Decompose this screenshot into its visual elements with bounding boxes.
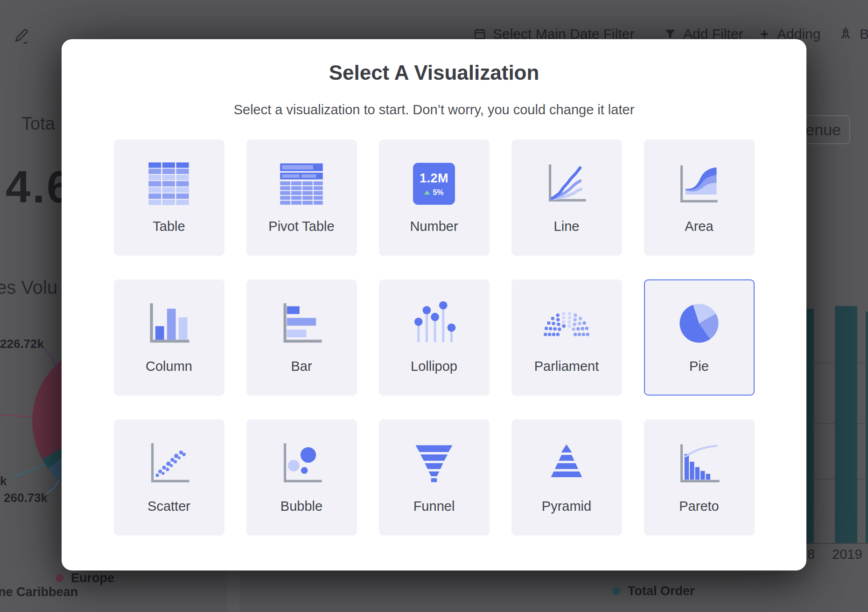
viz-card-parliament[interactable]: Parliament: [511, 279, 622, 396]
viz-card-line[interactable]: Line: [511, 139, 622, 256]
pie-slice-label: 260.73k: [4, 491, 48, 505]
number-icon-value: 1.2M: [420, 171, 448, 186]
viz-card-label: Funnel: [413, 499, 455, 514]
europe-legend-label: Europe: [71, 571, 114, 585]
card-gap-seam: [227, 570, 239, 612]
viz-card-label: Lollipop: [411, 359, 457, 374]
viz-card-pie[interactable]: Pie: [644, 279, 755, 396]
select-visualization-modal: Select A Visualization Select a visualiz…: [62, 39, 806, 570]
europe-legend-dot: [56, 574, 63, 582]
pivot-table-icon: [277, 160, 326, 208]
viz-card-bubble[interactable]: Bubble: [246, 419, 357, 536]
modal-subtitle: Select a visualization to start. Don’t w…: [62, 102, 806, 118]
viz-card-funnel[interactable]: Funnel: [379, 419, 490, 536]
delta-up-triangle-icon: [424, 190, 430, 195]
boost-button-partial[interactable]: B: [838, 26, 868, 42]
viz-card-pyramid[interactable]: Pyramid: [511, 419, 622, 536]
pie-icon: [675, 299, 723, 348]
x-axis-label-2018-partial: 8: [807, 547, 815, 562]
total-order-legend-dot: [612, 587, 620, 595]
viz-card-label: Pareto: [679, 499, 719, 514]
scatter-icon: [145, 439, 193, 488]
bar-partial-right: [866, 312, 868, 543]
calendar-icon: [473, 28, 486, 41]
pie-slice-label: 226.72k: [0, 337, 44, 351]
bar-2019: [835, 306, 857, 543]
viz-card-table[interactable]: Table: [114, 139, 224, 256]
modal-title: Select A Visualization: [62, 61, 806, 85]
rocket-icon: [838, 27, 853, 42]
area-icon: [675, 160, 723, 208]
pie-slice-label: k: [0, 474, 7, 488]
viz-card-column[interactable]: Column: [114, 279, 224, 396]
legend-item-caribbean-partial: ne Caribbean: [0, 585, 78, 599]
table-icon: [145, 160, 193, 208]
plus-icon: [758, 28, 770, 40]
viz-card-number[interactable]: 1.2M 5% Number: [379, 139, 490, 256]
viz-card-area[interactable]: Area: [644, 139, 755, 256]
line-icon: [542, 160, 591, 208]
viz-card-label: Pivot Table: [268, 219, 334, 234]
viz-card-scatter[interactable]: Scatter: [114, 419, 224, 536]
total-order-legend-label: Total Order: [628, 584, 695, 598]
number-icon: 1.2M 5%: [413, 163, 455, 205]
viz-card-bar[interactable]: Bar: [246, 279, 357, 396]
column-icon: [145, 299, 193, 348]
viz-card-label: Number: [410, 219, 458, 234]
viz-card-pareto[interactable]: Pareto: [644, 419, 755, 536]
legend-item-total-order[interactable]: Total Order: [612, 584, 695, 598]
parliament-icon: [542, 299, 591, 348]
kpi-title-partial: Tota: [21, 114, 55, 134]
number-icon-delta: 5%: [433, 188, 443, 197]
funnel-icon: [410, 439, 458, 488]
bubble-icon: [277, 439, 326, 488]
viz-card-label: Bubble: [280, 499, 322, 514]
pareto-icon: [675, 439, 723, 488]
viz-card-lollipop[interactable]: Lollipop: [379, 279, 490, 396]
section-title-partial: es Volu: [0, 277, 57, 298]
viz-card-label: Parliament: [534, 359, 599, 374]
boost-label-partial: B: [860, 26, 868, 42]
x-axis-label-2019: 2019: [832, 547, 862, 562]
visualization-grid: Table Pivot Table 1.2M 5% Numbe: [62, 139, 806, 536]
legend-item-europe[interactable]: Europe: [56, 571, 114, 585]
filter-funnel-icon: [664, 28, 677, 41]
pyramid-icon: [542, 439, 591, 488]
viz-card-label: Area: [685, 219, 713, 234]
viz-card-label: Column: [146, 359, 192, 374]
viz-card-label: Scatter: [147, 499, 190, 514]
edit-pencil-icon[interactable]: [12, 26, 31, 45]
bar-icon: [277, 299, 326, 348]
viz-card-label: Line: [554, 219, 580, 234]
viz-card-label: Pyramid: [542, 499, 591, 514]
viz-card-label: Bar: [291, 359, 312, 374]
viz-card-pivot-table[interactable]: Pivot Table: [246, 139, 357, 256]
viz-card-label: Pie: [689, 359, 709, 374]
viz-card-label: Table: [153, 219, 185, 234]
lollipop-icon: [410, 299, 458, 348]
